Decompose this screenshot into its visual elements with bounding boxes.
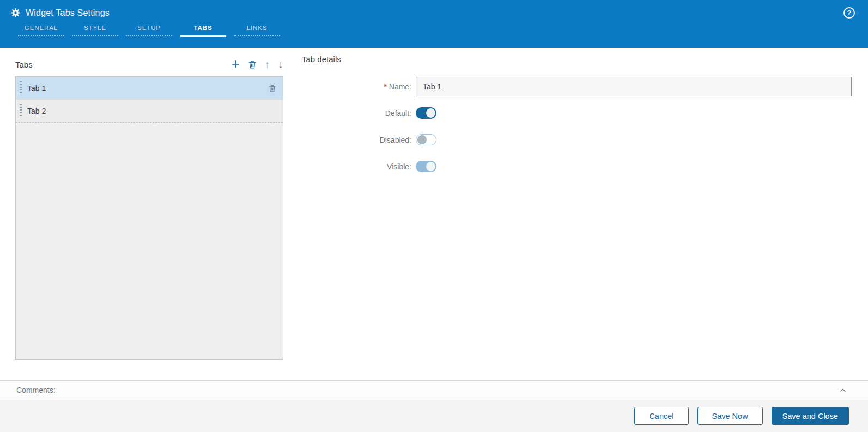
plus-icon: +: [232, 57, 240, 71]
comments-bar[interactable]: Comments:: [0, 380, 868, 399]
name-field-row: *Name:: [302, 77, 852, 96]
visible-toggle-label: Visible:: [302, 162, 411, 171]
required-marker: *: [384, 82, 386, 91]
trash-icon: [268, 84, 276, 93]
tab-tabs-label: TABS: [176, 25, 230, 35]
default-toggle-row: Default:: [302, 107, 852, 119]
delete-tab-button[interactable]: [248, 60, 257, 69]
tab-details-form: *Name: Default: Disabled: Visible:: [302, 77, 852, 172]
comments-label: Comments:: [16, 386, 56, 394]
disabled-toggle[interactable]: [416, 134, 436, 145]
disabled-toggle-row: Disabled:: [302, 134, 852, 145]
arrow-down-icon: ↓: [278, 59, 284, 70]
move-tab-down-button[interactable]: ↓: [278, 59, 284, 70]
tab-details-panel: Tab details *Name: Default: Disabled:: [302, 54, 852, 187]
save-now-button[interactable]: Save Now: [697, 407, 763, 425]
cancel-button[interactable]: Cancel: [634, 407, 688, 425]
help-icon[interactable]: ?: [843, 7, 855, 19]
list-item-label: Tab 2: [27, 107, 46, 115]
default-toggle-control: [416, 107, 852, 119]
chevron-up-icon: [839, 386, 847, 394]
settings-tabbar: GENERAL STYLE SETUP TABS LINKS: [14, 20, 868, 37]
name-field-label: *Name:: [302, 82, 411, 91]
tabs-list-panel: Tabs + ↑ ↓ Tab 1: [15, 54, 283, 360]
tab-style-label: STYLE: [68, 25, 122, 35]
tab-general-label: GENERAL: [14, 25, 68, 35]
drag-handle-icon[interactable]: [20, 104, 22, 118]
title-row: Widget Tabs Settings ?: [0, 0, 868, 19]
trash-icon: [248, 60, 257, 69]
list-item-label: Tab 1: [27, 84, 46, 93]
tab-setup-label: SETUP: [122, 25, 176, 35]
save-and-close-button[interactable]: Save and Close: [772, 407, 849, 425]
default-toggle-label: Default:: [302, 109, 411, 118]
visible-toggle-row: Visible:: [302, 161, 852, 172]
default-toggle[interactable]: [416, 107, 436, 119]
gear-icon: [11, 8, 20, 17]
toggle-knob: [417, 135, 427, 144]
tab-style[interactable]: STYLE: [68, 20, 122, 37]
visible-toggle[interactable]: [416, 161, 436, 172]
name-input[interactable]: [416, 77, 852, 96]
dialog-title: Widget Tabs Settings: [26, 8, 110, 18]
name-label-text: Name:: [389, 82, 411, 91]
name-field-control: [416, 77, 852, 96]
move-tab-up-button[interactable]: ↑: [265, 59, 270, 70]
tabs-list: Tab 1 Tab 2: [15, 76, 283, 360]
tab-details-title: Tab details: [302, 54, 852, 64]
tab-setup[interactable]: SETUP: [122, 20, 176, 37]
dialog-footer: Cancel Save Now Save and Close: [0, 400, 868, 432]
arrow-up-icon: ↑: [265, 59, 270, 70]
comments-collapse-button[interactable]: [839, 386, 847, 394]
tabs-list-toolbar: + ↑ ↓: [232, 58, 283, 71]
disabled-toggle-control: [416, 134, 852, 145]
tab-links[interactable]: LINKS: [230, 20, 284, 37]
dialog-header: Widget Tabs Settings ? GENERAL STYLE SET…: [0, 0, 868, 48]
disabled-toggle-label: Disabled:: [302, 136, 411, 144]
list-item-tab-1[interactable]: Tab 1: [16, 77, 283, 100]
add-tab-button[interactable]: +: [232, 57, 240, 71]
tab-tabs[interactable]: TABS: [176, 20, 230, 37]
tab-links-label: LINKS: [230, 25, 284, 35]
tabs-panel-header: Tabs + ↑ ↓: [15, 54, 283, 74]
tab-general[interactable]: GENERAL: [14, 20, 68, 37]
toggle-knob: [426, 108, 435, 118]
row-delete-button[interactable]: [268, 84, 276, 93]
toggle-knob: [426, 162, 435, 171]
tabs-panel-title: Tabs: [15, 60, 33, 69]
widget-tabs-settings-dialog: Widget Tabs Settings ? GENERAL STYLE SET…: [0, 0, 868, 48]
list-item-tab-2[interactable]: Tab 2: [16, 100, 283, 123]
visible-toggle-control: [416, 161, 852, 172]
drag-handle-icon[interactable]: [20, 81, 22, 95]
